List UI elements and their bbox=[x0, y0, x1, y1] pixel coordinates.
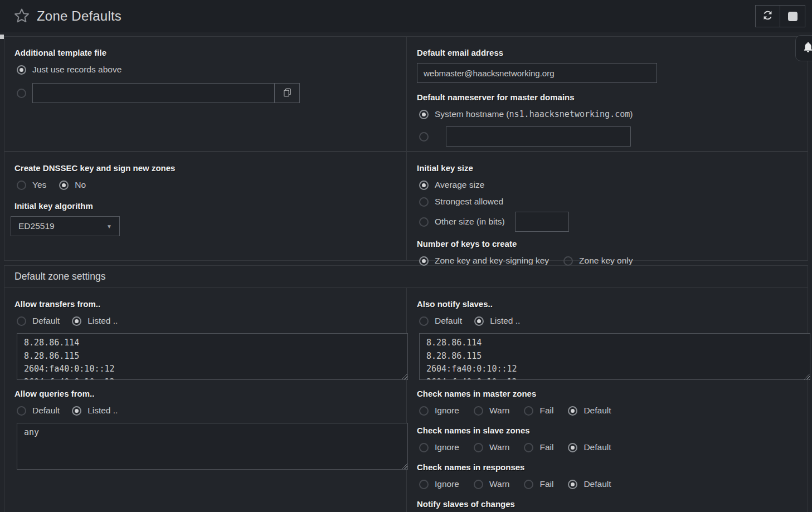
check-master-label: Check names in master zones bbox=[417, 389, 801, 398]
check-responses-options: Ignore Warn Fail Default bbox=[419, 477, 801, 491]
custom-nameserver-input[interactable] bbox=[446, 126, 631, 147]
refresh-button[interactable] bbox=[755, 5, 780, 27]
transfers-queries-cell: Allow transfers from.. Default Listed ..… bbox=[4, 288, 407, 512]
both-keys-radio[interactable] bbox=[419, 256, 429, 266]
check-slave-fail[interactable]: Fail bbox=[524, 441, 553, 454]
dnssec-no-option[interactable]: No bbox=[59, 178, 86, 192]
other-size-option: Other size (in bits) bbox=[419, 212, 801, 232]
hostname-value: ns1.haacksnetworking.com bbox=[509, 109, 630, 119]
template-file-option bbox=[17, 83, 400, 103]
notify-checknames-cell: Also notify slaves.. Default Listed .. 8… bbox=[407, 288, 808, 512]
stop-icon bbox=[788, 12, 798, 21]
also-notify-label: Also notify slaves.. bbox=[417, 299, 801, 309]
other-size-radio[interactable] bbox=[419, 217, 429, 227]
template-records-radio[interactable] bbox=[17, 65, 26, 75]
warn-radio[interactable] bbox=[474, 443, 483, 452]
scrollbar-notch bbox=[0, 35, 4, 39]
allow-transfers-textarea[interactable]: 8.28.86.114 8.28.86.115 2604:fa40:0:10::… bbox=[17, 333, 408, 380]
system-hostname-text: System hostname (ns1.haacksnetworking.co… bbox=[435, 109, 633, 119]
copy-pages-icon bbox=[283, 87, 292, 99]
queries-listed-option[interactable]: Listed .. bbox=[72, 404, 118, 417]
check-slave-default[interactable]: Default bbox=[568, 441, 611, 454]
dnssec-cell: Create DNSSEC key and sign new zones Yes… bbox=[4, 152, 407, 260]
panel-title: Default zone settings bbox=[14, 271, 105, 282]
custom-nameserver-radio[interactable] bbox=[419, 132, 429, 142]
dnssec-yes-option[interactable]: Yes bbox=[17, 178, 46, 192]
strongest-option[interactable]: Strongest allowed bbox=[419, 195, 801, 208]
key-algorithm-value: ED25519 bbox=[18, 221, 55, 231]
zone-key-only-option[interactable]: Zone key only bbox=[563, 254, 633, 267]
check-master-fail[interactable]: Fail bbox=[524, 404, 553, 417]
notify-default-radio[interactable] bbox=[419, 316, 429, 326]
template-file-radio[interactable] bbox=[17, 89, 26, 98]
custom-nameserver-option bbox=[419, 126, 801, 147]
strongest-radio[interactable] bbox=[419, 197, 429, 207]
system-hostname-option[interactable]: System hostname (ns1.haacksnetworking.co… bbox=[419, 108, 801, 121]
dnssec-no-radio[interactable] bbox=[59, 181, 69, 190]
favorite-star-icon[interactable] bbox=[12, 7, 31, 26]
default-radio[interactable] bbox=[568, 480, 577, 489]
check-master-warn[interactable]: Warn bbox=[474, 404, 509, 417]
warn-radio[interactable] bbox=[474, 480, 483, 489]
template-file-input[interactable] bbox=[32, 83, 274, 103]
num-keys-label: Number of keys to create bbox=[417, 239, 801, 248]
queries-listed-radio[interactable] bbox=[72, 406, 81, 416]
check-responses-group: Check names in responses Ignore Warn Fai… bbox=[413, 462, 801, 491]
avg-size-radio[interactable] bbox=[419, 181, 429, 190]
default-email-input[interactable] bbox=[417, 63, 657, 83]
template-records-option[interactable]: Just use records above bbox=[17, 63, 400, 76]
stop-button[interactable] bbox=[780, 5, 805, 27]
zone-key-only-radio[interactable] bbox=[563, 256, 573, 266]
transfers-listed-option[interactable]: Listed .. bbox=[72, 314, 118, 328]
notify-changes-label: Notify slaves of changes bbox=[417, 499, 801, 509]
notifications-panel[interactable] bbox=[795, 35, 812, 61]
check-resp-default[interactable]: Default bbox=[568, 477, 611, 491]
fail-radio[interactable] bbox=[524, 406, 533, 416]
check-resp-warn[interactable]: Warn bbox=[474, 477, 509, 491]
key-size-cell: Initial key size Average size Strongest … bbox=[407, 152, 808, 260]
fail-radio[interactable] bbox=[524, 443, 533, 452]
additional-template-cell: Additional template file Just use record… bbox=[4, 37, 407, 152]
allow-queries-textarea[interactable]: any bbox=[17, 423, 408, 470]
also-notify-textarea[interactable]: 8.28.86.114 8.28.86.115 2604:fa40:0:10::… bbox=[419, 333, 810, 380]
both-keys-option[interactable]: Zone key and key-signing key bbox=[419, 254, 549, 267]
queries-default-radio[interactable] bbox=[17, 406, 26, 416]
system-hostname-radio[interactable] bbox=[419, 110, 429, 119]
notify-default-option[interactable]: Default bbox=[419, 314, 462, 328]
default-radio[interactable] bbox=[568, 406, 577, 416]
fail-radio[interactable] bbox=[524, 480, 533, 489]
check-slave-ignore[interactable]: Ignore bbox=[419, 441, 459, 454]
notify-listed-radio[interactable] bbox=[474, 316, 484, 326]
dnssec-label: Create DNSSEC key and sign new zones bbox=[14, 163, 400, 173]
check-resp-ignore[interactable]: Ignore bbox=[419, 477, 459, 491]
check-resp-fail[interactable]: Fail bbox=[524, 477, 553, 491]
key-algorithm-select[interactable]: ED25519 ▼ bbox=[11, 216, 120, 236]
transfers-default-radio[interactable] bbox=[17, 316, 26, 326]
dnssec-yes-radio[interactable] bbox=[17, 181, 26, 190]
other-size-input[interactable] bbox=[515, 212, 569, 232]
queries-default-option[interactable]: Default bbox=[17, 404, 60, 417]
transfers-default-option[interactable]: Default bbox=[17, 314, 60, 328]
check-slave-group: Check names in slave zones Ignore Warn F… bbox=[413, 426, 801, 454]
page-title: Zone Defaults bbox=[37, 8, 121, 24]
check-master-default[interactable]: Default bbox=[568, 404, 611, 417]
also-notify-options: Default Listed .. bbox=[419, 314, 801, 328]
ignore-radio[interactable] bbox=[419, 406, 429, 416]
panel-body: Allow transfers from.. Default Listed ..… bbox=[4, 288, 808, 512]
bell-icon bbox=[801, 41, 812, 56]
allow-transfers-label: Allow transfers from.. bbox=[14, 299, 400, 309]
file-chooser-button[interactable] bbox=[274, 83, 300, 103]
check-slave-warn[interactable]: Warn bbox=[474, 441, 509, 454]
warn-radio[interactable] bbox=[474, 406, 483, 416]
ignore-radio[interactable] bbox=[419, 443, 429, 452]
chevron-down-icon: ▼ bbox=[106, 223, 112, 230]
check-slave-label: Check names in slave zones bbox=[417, 426, 801, 435]
check-master-ignore[interactable]: Ignore bbox=[419, 404, 459, 417]
transfers-listed-radio[interactable] bbox=[72, 316, 81, 326]
notify-listed-option[interactable]: Listed .. bbox=[474, 314, 520, 328]
header-actions bbox=[755, 5, 805, 27]
template-records-text: Just use records above bbox=[32, 65, 121, 75]
ignore-radio[interactable] bbox=[419, 480, 429, 489]
avg-size-option[interactable]: Average size bbox=[419, 178, 801, 192]
default-radio[interactable] bbox=[568, 443, 577, 452]
